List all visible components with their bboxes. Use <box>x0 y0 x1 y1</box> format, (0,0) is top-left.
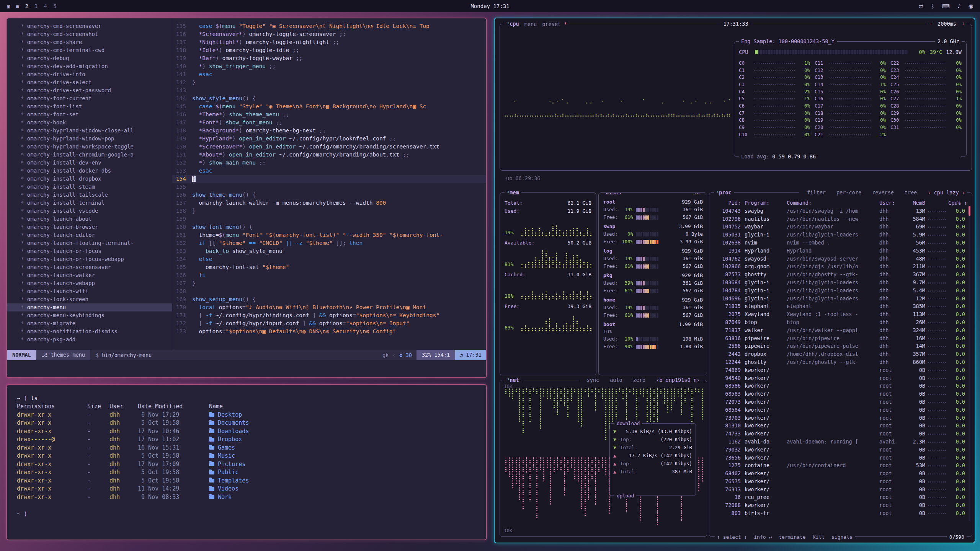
code-line[interactable]: 146 *Theme*) show_theme_menu ;; <box>172 111 486 119</box>
file-item[interactable]: * omarchy-hyprland-window-close-all <box>7 127 172 135</box>
file-item[interactable]: * omarchy-debug <box>7 54 172 62</box>
proc-per-core-button[interactable]: per-core <box>836 189 861 196</box>
file-item[interactable]: * omarchy-launch-or-focus-webapp <box>7 255 172 263</box>
terminal-prompt[interactable]: ~ ) <box>17 510 476 518</box>
proc-footer-button-3[interactable]: Kill <box>813 534 825 540</box>
code-line[interactable]: 138 *Idle*) omarchy-toggle-idle ;; <box>172 46 486 54</box>
process-row[interactable]: 68402kworker/root0B0.0 <box>713 469 968 478</box>
file-item[interactable]: * omarchy-launch-webapp <box>7 279 172 287</box>
code-line[interactable]: 166 fi <box>172 271 486 279</box>
code-line[interactable]: 156show_theme_menu() { <box>172 191 486 199</box>
code-line[interactable]: 167} <box>172 279 486 287</box>
process-row[interactable]: 71835elephantelephantdhh385M0.0 <box>713 302 968 310</box>
file-item[interactable]: * omarchy-hook <box>7 119 172 127</box>
volume-icon[interactable]: ♪ <box>957 3 961 9</box>
process-row[interactable]: 94540kworker/root0B0.0 <box>713 374 968 382</box>
process-row[interactable]: 102866org.gnom/usr/bin/gjs /usr/lib/odhh… <box>713 262 968 271</box>
file-item[interactable]: * omarchy-launch-browser <box>7 223 172 231</box>
interval-decrease-button[interactable]: - <box>929 21 932 27</box>
process-row[interactable]: 71837walker/usr/bin/walker --gappldhh324… <box>713 326 968 334</box>
proc-tree-button[interactable]: tree <box>905 189 917 196</box>
code-line[interactable]: 143 <box>172 86 486 95</box>
proc-reverse-button[interactable]: reverse <box>872 189 894 196</box>
network-icon[interactable]: ⇄ <box>919 3 923 9</box>
code-line[interactable]: 169show_setup_menu() { <box>172 295 486 303</box>
process-row[interactable]: 74733kworker/root0B0.0 <box>713 430 968 438</box>
file-item[interactable]: * omarchy-launch-floating-terminal- <box>7 239 172 247</box>
file-item[interactable]: * omarchy-install-terminal <box>7 199 172 207</box>
proc-footer-button-0[interactable]: ↑ select ↓ <box>717 534 747 540</box>
code-line[interactable]: 171 [ -f ~/.config/hypr/bindings.conf ] … <box>172 311 486 320</box>
file-item[interactable]: * omarchy-hyprland-window-pop <box>7 135 172 143</box>
code-line[interactable]: 139 *Bar*) omarchy-toggle-waybar ;; <box>172 54 486 62</box>
file-item[interactable]: * omarchy-launch-about <box>7 215 172 223</box>
code-line[interactable]: 157 omarchy-launch-walker -m menus:omarc… <box>172 199 486 207</box>
file-item[interactable]: * omarchy-launch-screensaver <box>7 263 172 271</box>
code-line[interactable]: 170 local options="♪ Audio\n≋ Wifi\nᛒ Bl… <box>172 303 486 311</box>
file-item[interactable]: * omarchy-cmd-screenshot <box>7 30 172 38</box>
menu-button[interactable]: menu <box>524 21 537 28</box>
proc-scrollbar[interactable] <box>969 206 970 521</box>
file-item[interactable]: * omarchy-cmd-screensaver <box>7 22 172 30</box>
file-item[interactable]: * omarchy-cmd-share <box>7 38 172 46</box>
code-line[interactable]: 144show_style_menu() { <box>172 95 486 103</box>
file-item[interactable]: * omarchy-install-steam <box>7 183 172 191</box>
process-row[interactable]: 73656kworker/root0B0.0 <box>713 454 968 462</box>
process-row[interactable]: 87573ghostty/usr/bin/ghostty --gtk-dhh36… <box>713 271 968 279</box>
code-line[interactable]: 135 case $(menu "Toggle" "▣ Screensaver\… <box>172 22 486 30</box>
code-line[interactable]: 165 omarchy-font-set "$theme" <box>172 263 486 271</box>
file-item[interactable]: * omarchy-drive-set-password <box>7 86 172 95</box>
net-auto-button[interactable]: auto <box>610 377 622 383</box>
file-item[interactable]: * omarchy-dev-add-migration <box>7 62 172 70</box>
process-row[interactable]: 803btrfs-trroot0B0.0 <box>713 509 968 517</box>
proc-filter-button[interactable]: filter <box>807 189 826 196</box>
file-item[interactable]: * omarchy-pkg-add <box>7 336 172 344</box>
process-row[interactable]: 79032kworker/root0B0.0 <box>713 446 968 454</box>
workspace-2[interactable]: 2 <box>25 3 28 9</box>
code-line[interactable]: 136 *Screensaver*) omarchy-toggle-screen… <box>172 30 486 38</box>
process-row[interactable]: 63816pipewire/usr/bin/pipewiredhh16M0.0 <box>713 334 968 342</box>
proc-table-header[interactable]: Pid: Program: Command: User: MemB Cpu% ↑ <box>713 199 968 207</box>
proc-scrollbar-thumb[interactable] <box>969 206 970 216</box>
file-item[interactable]: * omarchy-drive-select <box>7 78 172 86</box>
code-line[interactable]: 153 esac <box>172 167 486 175</box>
file-item[interactable]: * omarchy-hyprland-workspace-toggle <box>7 143 172 151</box>
code-line[interactable]: 142} <box>172 78 486 86</box>
process-row[interactable]: 76313kworker/root0B0.0 <box>713 486 968 494</box>
code-line[interactable]: 158} <box>172 207 486 215</box>
file-item[interactable]: * omarchy-migrate <box>7 320 172 328</box>
process-row[interactable]: 1162avahi-daavahi-daemon: running [avahi… <box>713 438 968 446</box>
workspace-icon-1[interactable]: ▣ <box>7 3 10 9</box>
file-item[interactable]: * omarchy-launch-walker <box>7 271 172 279</box>
code-line[interactable]: 154} <box>172 175 486 183</box>
proc-footer-button-2[interactable]: terminate <box>779 534 805 540</box>
workspace-4[interactable]: 4 <box>44 3 47 9</box>
file-item[interactable]: * omarchy-font-set <box>7 111 172 119</box>
file-item[interactable]: * omarchy-lock-screen <box>7 295 172 303</box>
code-line[interactable]: 155 <box>172 183 486 191</box>
file-item[interactable]: * omarchy-menu-keybindings <box>7 311 172 320</box>
process-row[interactable]: 102796nautilus/usr/bin/nautilus --newdhh… <box>713 215 968 223</box>
code-line[interactable]: 137 *Nightlight*) omarchy-toggle-nightli… <box>172 38 486 46</box>
code-line[interactable]: 172 [ -f ~/.config/hypr/input.conf ] && … <box>172 320 486 328</box>
code-line[interactable]: 141 esac <box>172 70 486 78</box>
process-row[interactable]: 12244ghostty/usr/bin/ghostty --gtk-dhh86… <box>713 358 968 366</box>
file-item[interactable]: * omarchy-launch-wifi <box>7 287 172 295</box>
file-item[interactable]: * omarchy-launch-editor <box>7 231 172 239</box>
file-item[interactable]: * omarchy-font-list <box>7 103 172 111</box>
code-line[interactable]: 168 <box>172 287 486 295</box>
process-row[interactable]: 81310kworker/root0B0.0 <box>713 422 968 430</box>
process-row[interactable]: 105031glycin-i/usr/lib/glycin-loadersdhh… <box>713 231 968 239</box>
interval-increase-button[interactable]: + <box>962 21 965 27</box>
net-sync-button[interactable]: sync <box>587 377 599 383</box>
code-line[interactable]: 147 *Font*) show_font_menu ;; <box>172 119 486 127</box>
file-item[interactable]: * omarchy-install-dropbox <box>7 175 172 183</box>
file-item[interactable]: * omarchy-launch-or-focus <box>7 247 172 255</box>
process-row[interactable]: 68584kworker/root0B0.0 <box>713 406 968 414</box>
code-line[interactable]: 149 *Hyprland*) open_in_editor ~/.config… <box>172 135 486 143</box>
process-row[interactable]: 102638nvimnvim --embed .dhh56M0.0 <box>713 239 968 247</box>
file-item[interactable]: * omarchy-menu <box>7 303 172 311</box>
code-line[interactable]: 161 theme=$(menu "Font" "$(omarchy-font-… <box>172 231 486 239</box>
file-item[interactable]: * omarchy-cmd-terminal-cwd <box>7 46 172 54</box>
process-row[interactable]: 1275containe/usr/bin/containerdroot53M0.… <box>713 461 968 469</box>
